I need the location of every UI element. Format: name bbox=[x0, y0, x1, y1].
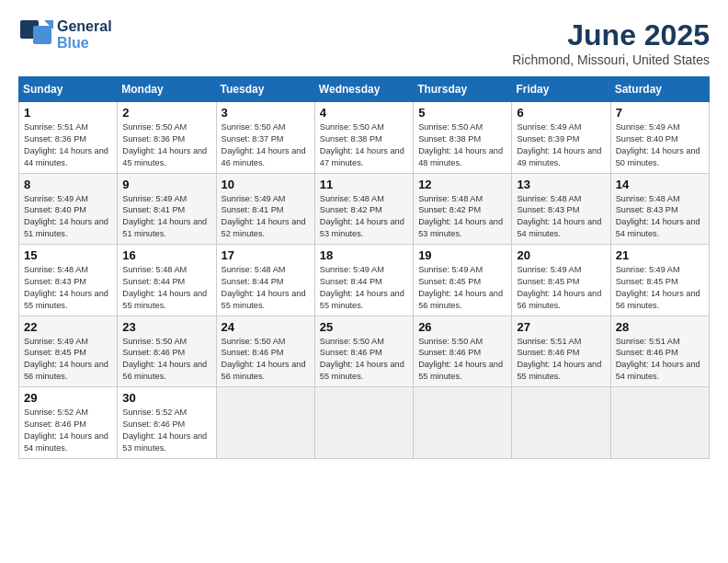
day-number: 27 bbox=[517, 320, 605, 334]
day-number: 24 bbox=[222, 320, 310, 334]
calendar-week-row: 8 Sunrise: 5:49 AM Sunset: 8:40 PM Dayli… bbox=[19, 173, 710, 245]
day-info: Sunrise: 5:50 AM Sunset: 8:46 PM Dayligh… bbox=[418, 336, 506, 384]
day-number: 25 bbox=[320, 320, 408, 334]
calendar-cell: 23 Sunrise: 5:50 AM Sunset: 8:46 PM Dayl… bbox=[118, 316, 216, 387]
day-info: Sunrise: 5:48 AM Sunset: 8:44 PM Dayligh… bbox=[122, 264, 210, 312]
day-number: 26 bbox=[418, 320, 506, 334]
day-number: 4 bbox=[320, 106, 408, 120]
calendar-cell bbox=[610, 387, 709, 459]
day-info: Sunrise: 5:49 AM Sunset: 8:41 PM Dayligh… bbox=[222, 193, 310, 241]
day-info: Sunrise: 5:48 AM Sunset: 8:43 PM Dayligh… bbox=[616, 193, 704, 241]
day-info: Sunrise: 5:49 AM Sunset: 8:44 PM Dayligh… bbox=[320, 264, 408, 312]
day-info: Sunrise: 5:48 AM Sunset: 8:42 PM Dayligh… bbox=[320, 193, 408, 241]
calendar-cell: 4 Sunrise: 5:50 AM Sunset: 8:38 PM Dayli… bbox=[314, 102, 413, 174]
calendar-cell bbox=[512, 387, 610, 459]
day-number: 17 bbox=[222, 248, 310, 262]
day-info: Sunrise: 5:49 AM Sunset: 8:45 PM Dayligh… bbox=[517, 264, 605, 312]
day-info: Sunrise: 5:48 AM Sunset: 8:44 PM Dayligh… bbox=[222, 264, 310, 312]
logo-icon bbox=[18, 18, 51, 52]
day-number: 22 bbox=[24, 320, 112, 334]
calendar-cell: 5 Sunrise: 5:50 AM Sunset: 8:38 PM Dayli… bbox=[414, 102, 512, 174]
calendar-cell: 1 Sunrise: 5:51 AM Sunset: 8:36 PM Dayli… bbox=[19, 102, 118, 174]
day-number: 1 bbox=[24, 106, 112, 120]
day-number: 20 bbox=[517, 248, 605, 262]
calendar-cell: 16 Sunrise: 5:48 AM Sunset: 8:44 PM Dayl… bbox=[118, 245, 216, 316]
calendar-cell bbox=[216, 387, 314, 459]
calendar-week-row: 1 Sunrise: 5:51 AM Sunset: 8:36 PM Dayli… bbox=[19, 102, 710, 174]
weekday-header: Saturday bbox=[610, 77, 709, 102]
day-number: 15 bbox=[24, 248, 112, 262]
calendar-cell: 18 Sunrise: 5:49 AM Sunset: 8:44 PM Dayl… bbox=[314, 245, 413, 316]
calendar-cell bbox=[414, 387, 512, 459]
logo: General Blue bbox=[18, 18, 112, 52]
day-info: Sunrise: 5:48 AM Sunset: 8:43 PM Dayligh… bbox=[24, 264, 112, 312]
calendar-cell: 7 Sunrise: 5:49 AM Sunset: 8:40 PM Dayli… bbox=[610, 102, 709, 174]
day-info: Sunrise: 5:48 AM Sunset: 8:43 PM Dayligh… bbox=[517, 193, 605, 241]
location-title: Richmond, Missouri, United States bbox=[512, 52, 710, 67]
calendar-cell bbox=[314, 387, 413, 459]
day-number: 3 bbox=[222, 106, 310, 120]
day-number: 21 bbox=[616, 248, 704, 262]
day-number: 10 bbox=[222, 178, 310, 191]
calendar-cell: 3 Sunrise: 5:50 AM Sunset: 8:37 PM Dayli… bbox=[216, 102, 314, 174]
calendar-cell: 27 Sunrise: 5:51 AM Sunset: 8:46 PM Dayl… bbox=[512, 316, 610, 387]
day-number: 19 bbox=[418, 248, 506, 262]
title-area: June 2025 Richmond, Missouri, United Sta… bbox=[512, 18, 710, 67]
weekday-header: Wednesday bbox=[314, 77, 413, 102]
day-info: Sunrise: 5:52 AM Sunset: 8:46 PM Dayligh… bbox=[122, 407, 210, 454]
calendar-cell: 25 Sunrise: 5:50 AM Sunset: 8:46 PM Dayl… bbox=[314, 316, 413, 387]
day-number: 12 bbox=[418, 178, 506, 191]
day-info: Sunrise: 5:50 AM Sunset: 8:46 PM Dayligh… bbox=[320, 336, 408, 384]
day-number: 6 bbox=[517, 106, 605, 120]
calendar-cell: 26 Sunrise: 5:50 AM Sunset: 8:46 PM Dayl… bbox=[414, 316, 512, 387]
svg-rect-1 bbox=[33, 26, 51, 44]
day-number: 13 bbox=[517, 178, 605, 191]
day-number: 23 bbox=[122, 320, 210, 334]
calendar-header-row: SundayMondayTuesdayWednesdayThursdayFrid… bbox=[19, 77, 710, 102]
day-number: 8 bbox=[24, 178, 112, 191]
day-number: 5 bbox=[418, 106, 506, 120]
calendar-cell: 14 Sunrise: 5:48 AM Sunset: 8:43 PM Dayl… bbox=[610, 173, 709, 245]
calendar-week-row: 29 Sunrise: 5:52 AM Sunset: 8:46 PM Dayl… bbox=[19, 387, 710, 459]
calendar-cell: 6 Sunrise: 5:49 AM Sunset: 8:39 PM Dayli… bbox=[512, 102, 610, 174]
day-info: Sunrise: 5:52 AM Sunset: 8:46 PM Dayligh… bbox=[24, 407, 112, 454]
day-info: Sunrise: 5:49 AM Sunset: 8:39 PM Dayligh… bbox=[517, 121, 605, 169]
calendar-cell: 2 Sunrise: 5:50 AM Sunset: 8:36 PM Dayli… bbox=[118, 102, 216, 174]
day-info: Sunrise: 5:49 AM Sunset: 8:40 PM Dayligh… bbox=[616, 121, 704, 169]
day-number: 11 bbox=[320, 178, 408, 191]
calendar-cell: 29 Sunrise: 5:52 AM Sunset: 8:46 PM Dayl… bbox=[19, 387, 118, 459]
day-number: 18 bbox=[320, 248, 408, 262]
calendar-cell: 13 Sunrise: 5:48 AM Sunset: 8:43 PM Dayl… bbox=[512, 173, 610, 245]
day-info: Sunrise: 5:50 AM Sunset: 8:38 PM Dayligh… bbox=[418, 121, 506, 169]
day-number: 7 bbox=[616, 106, 704, 120]
day-info: Sunrise: 5:49 AM Sunset: 8:45 PM Dayligh… bbox=[24, 336, 112, 384]
calendar-cell: 10 Sunrise: 5:49 AM Sunset: 8:41 PM Dayl… bbox=[216, 173, 314, 245]
calendar-cell: 22 Sunrise: 5:49 AM Sunset: 8:45 PM Dayl… bbox=[19, 316, 118, 387]
calendar-cell: 15 Sunrise: 5:48 AM Sunset: 8:43 PM Dayl… bbox=[19, 245, 118, 316]
day-number: 14 bbox=[616, 178, 704, 191]
day-number: 16 bbox=[122, 248, 210, 262]
day-info: Sunrise: 5:49 AM Sunset: 8:40 PM Dayligh… bbox=[24, 193, 112, 241]
day-info: Sunrise: 5:50 AM Sunset: 8:36 PM Dayligh… bbox=[122, 121, 210, 169]
day-info: Sunrise: 5:50 AM Sunset: 8:46 PM Dayligh… bbox=[122, 336, 210, 384]
calendar-week-row: 22 Sunrise: 5:49 AM Sunset: 8:45 PM Dayl… bbox=[19, 316, 710, 387]
month-title: June 2025 bbox=[512, 18, 710, 52]
day-number: 2 bbox=[122, 106, 210, 120]
calendar-cell: 12 Sunrise: 5:48 AM Sunset: 8:42 PM Dayl… bbox=[414, 173, 512, 245]
calendar-cell: 28 Sunrise: 5:51 AM Sunset: 8:46 PM Dayl… bbox=[610, 316, 709, 387]
calendar-cell: 21 Sunrise: 5:49 AM Sunset: 8:45 PM Dayl… bbox=[610, 245, 709, 316]
calendar-week-row: 15 Sunrise: 5:48 AM Sunset: 8:43 PM Dayl… bbox=[19, 245, 710, 316]
day-number: 28 bbox=[616, 320, 704, 334]
calendar-cell: 24 Sunrise: 5:50 AM Sunset: 8:46 PM Dayl… bbox=[216, 316, 314, 387]
day-info: Sunrise: 5:51 AM Sunset: 8:46 PM Dayligh… bbox=[616, 336, 704, 384]
calendar-cell: 11 Sunrise: 5:48 AM Sunset: 8:42 PM Dayl… bbox=[314, 173, 413, 245]
day-info: Sunrise: 5:50 AM Sunset: 8:46 PM Dayligh… bbox=[222, 336, 310, 384]
calendar-cell: 19 Sunrise: 5:49 AM Sunset: 8:45 PM Dayl… bbox=[414, 245, 512, 316]
day-info: Sunrise: 5:49 AM Sunset: 8:41 PM Dayligh… bbox=[122, 193, 210, 241]
day-number: 30 bbox=[122, 391, 210, 405]
calendar-cell: 30 Sunrise: 5:52 AM Sunset: 8:46 PM Dayl… bbox=[118, 387, 216, 459]
calendar-cell: 20 Sunrise: 5:49 AM Sunset: 8:45 PM Dayl… bbox=[512, 245, 610, 316]
day-info: Sunrise: 5:50 AM Sunset: 8:38 PM Dayligh… bbox=[320, 121, 408, 169]
calendar-cell: 17 Sunrise: 5:48 AM Sunset: 8:44 PM Dayl… bbox=[216, 245, 314, 316]
weekday-header: Tuesday bbox=[216, 77, 314, 102]
